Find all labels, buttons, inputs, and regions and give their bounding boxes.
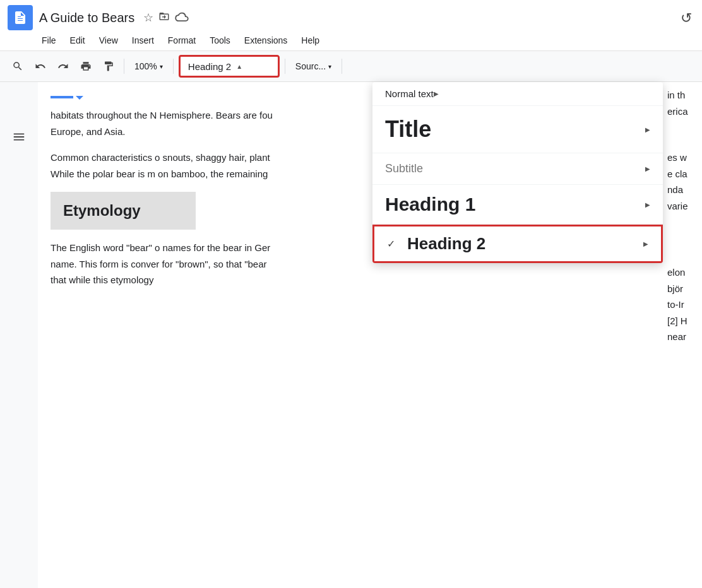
- menu-insert[interactable]: Insert: [126, 33, 160, 48]
- source-arrow-icon: ▾: [328, 63, 331, 70]
- right-line-3: es w: [667, 150, 702, 166]
- title-arrow: ▶: [645, 126, 650, 133]
- right-line-7: elon: [667, 264, 702, 281]
- heading-style-dropdown-menu: Normal text ▶ Title ▶ Subtitle ▶ Heading…: [372, 82, 663, 263]
- right-line-4: e cla: [667, 166, 702, 182]
- para1-text: habitats throughout the N Hemisphere. Be…: [51, 110, 273, 137]
- separator-3: [285, 59, 285, 74]
- right-line-8: björ: [667, 281, 702, 297]
- doc-paragraph-1: habitats throughout the N Hemisphere. Be…: [51, 107, 278, 139]
- source-dropdown[interactable]: Sourc... ▾: [290, 59, 336, 74]
- dropdown-triangle: [76, 96, 83, 100]
- list-menu-icon[interactable]: [12, 130, 26, 147]
- menu-row: File Edit View Insert Format Tools Exten…: [0, 33, 702, 50]
- undo-button[interactable]: [30, 56, 51, 76]
- right-line-1: in th: [667, 87, 702, 103]
- normal-text-label: Normal text: [385, 88, 434, 99]
- paint-format-button[interactable]: [98, 56, 119, 76]
- separator-2: [173, 59, 174, 74]
- dropdown-item-title[interactable]: Title ▶: [372, 106, 663, 153]
- zoom-value: 100%: [134, 61, 157, 71]
- dropdown-item-normal-text[interactable]: Normal text ▶: [372, 82, 663, 106]
- menu-edit[interactable]: Edit: [64, 33, 92, 48]
- source-label: Sourc...: [295, 61, 326, 71]
- right-overflow-text: in th erica es w e cla nda varie elon bj…: [667, 82, 702, 345]
- subtitle-arrow: ▶: [645, 165, 650, 172]
- left-panel: [0, 82, 38, 588]
- right-line-5: nda: [667, 182, 702, 198]
- folder-icon[interactable]: [158, 11, 170, 25]
- right-line-10: [2] H: [667, 313, 702, 329]
- title-row: A Guide to Bears ☆: [0, 0, 702, 33]
- heading1-label: Heading 1: [385, 194, 645, 215]
- etymology-section: Etymology: [51, 192, 196, 230]
- print-button[interactable]: [76, 56, 96, 76]
- heading1-arrow: ▶: [645, 201, 650, 208]
- title-icons: ☆: [143, 11, 189, 25]
- menu-format[interactable]: Format: [162, 33, 202, 48]
- right-line-11: near: [667, 329, 702, 345]
- dropdown-item-subtitle[interactable]: Subtitle ▶: [372, 153, 663, 185]
- redo-button[interactable]: [53, 56, 73, 76]
- menu-view[interactable]: View: [93, 33, 124, 48]
- right-line-2: erica: [667, 103, 702, 120]
- para2-text: Common characteristics o snouts, shaggy …: [51, 152, 270, 179]
- doc-icon: [8, 5, 33, 30]
- doc-paragraph-etymology: The English word "bear" o names for the …: [51, 240, 278, 288]
- doc-title: A Guide to Bears: [39, 10, 134, 25]
- dropdown-item-heading1[interactable]: Heading 1 ▶: [372, 185, 663, 225]
- etymology-text: The English word "bear" o names for the …: [51, 242, 270, 285]
- right-line-6: varie: [667, 198, 702, 215]
- star-icon[interactable]: ☆: [143, 11, 153, 25]
- menu-tools[interactable]: Tools: [203, 33, 237, 48]
- cloud-icon[interactable]: [175, 11, 189, 25]
- zoom-dropdown[interactable]: 100% ▾: [129, 59, 168, 74]
- menu-extensions[interactable]: Extensions: [238, 33, 294, 48]
- heading2-label: Heading 2: [407, 234, 643, 254]
- dropdown-item-heading2[interactable]: ✓ Heading 2 ▶: [372, 225, 663, 263]
- search-button[interactable]: [8, 56, 28, 76]
- zoom-arrow-icon: ▾: [160, 63, 163, 70]
- menu-file[interactable]: File: [35, 33, 62, 48]
- blue-underline: [51, 96, 73, 98]
- title-row-inner: A Guide to Bears ☆: [39, 10, 189, 25]
- heading2-arrow: ▶: [643, 240, 648, 247]
- heading-arrow-icon: ▲: [236, 63, 242, 70]
- title-label: Title: [385, 116, 645, 143]
- normal-text-arrow: ▶: [434, 90, 439, 97]
- etymology-title: Etymology: [63, 202, 141, 219]
- separator-4: [342, 59, 342, 74]
- history-icon[interactable]: ↺: [681, 10, 692, 26]
- right-line-9: to-Ir: [667, 297, 702, 313]
- subtitle-label: Subtitle: [385, 162, 645, 175]
- heading2-checkmark: ✓: [387, 238, 400, 250]
- separator-1: [124, 59, 124, 74]
- top-bar: A Guide to Bears ☆ File Edit View Insert…: [0, 0, 702, 51]
- heading-selected-label: Heading 2: [188, 61, 231, 72]
- toolbar: 100% ▾ Heading 2 ▲ Sourc... ▾: [0, 51, 702, 82]
- menu-help[interactable]: Help: [295, 33, 326, 48]
- doc-paragraph-2: Common characteristics o snouts, shaggy …: [51, 150, 278, 182]
- heading-style-dropdown[interactable]: Heading 2 ▲: [179, 55, 280, 78]
